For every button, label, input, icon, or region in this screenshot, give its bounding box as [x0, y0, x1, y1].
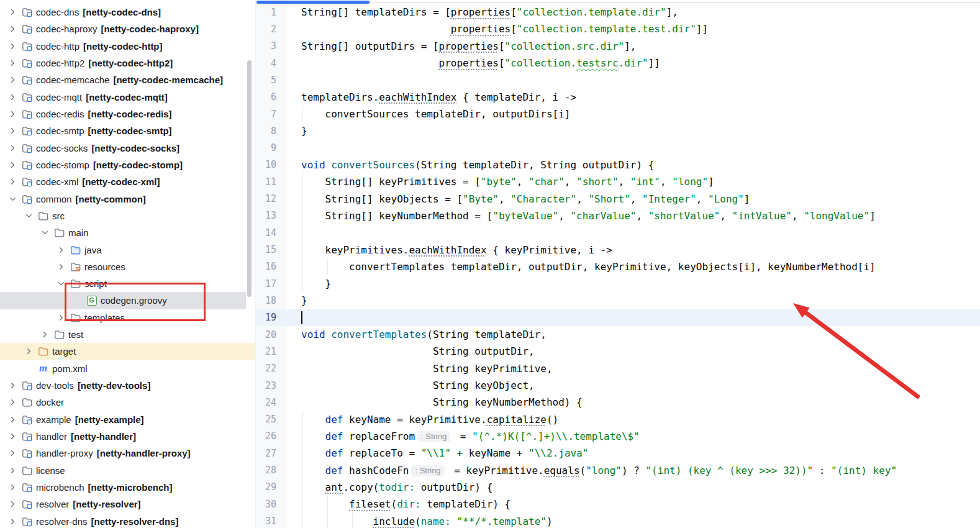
code-line-12[interactable]: 12 String[] keyObjects = ["Byte", "Chara…	[256, 190, 980, 207]
chevron-right-icon[interactable]	[5, 75, 20, 85]
line-number[interactable]: 21	[256, 343, 287, 360]
line-number[interactable]: 7	[256, 106, 287, 122]
tree-row-resources[interactable]: resources	[0, 258, 255, 275]
code-line-16[interactable]: 16 convertTemplates templateDir, outputD…	[256, 258, 980, 275]
tree-row-target[interactable]: target	[0, 343, 255, 360]
code-line-26[interactable]: 26 def replaceFrom: String = "(^.*)K([^.…	[256, 428, 980, 445]
code-line-4[interactable]: 4 properties["collection.testsrc.dir"]]	[256, 55, 980, 71]
tree-row-codec-http[interactable]: codec-http[netty-codec-http]	[0, 38, 255, 55]
chevron-right-icon[interactable]	[5, 414, 20, 425]
chevron-down-icon[interactable]	[37, 227, 52, 238]
tree-row-java[interactable]: java	[0, 241, 255, 258]
chevron-right-icon[interactable]	[5, 482, 20, 493]
line-number[interactable]: 19	[256, 309, 287, 326]
line-number[interactable]: 8	[256, 122, 287, 139]
chevron-right-icon[interactable]	[21, 346, 36, 357]
tree-row-microbench[interactable]: microbench[netty-microbench]	[0, 479, 255, 496]
chevron-right-icon[interactable]	[5, 397, 20, 407]
tree-row-codec-stomp[interactable]: codec-stomp[netty-codec-stomp]	[0, 157, 255, 173]
chevron-right-icon[interactable]	[5, 448, 20, 458]
line-number[interactable]: 29	[256, 479, 287, 496]
tree-row-codec-mqtt[interactable]: codec-mqtt[netty-codec-mqtt]	[0, 89, 255, 106]
tree-row-dev-tools[interactable]: dev-tools[netty-dev-tools]	[0, 377, 255, 394]
line-number[interactable]: 16	[256, 258, 287, 275]
tree-row-license[interactable]: license	[0, 462, 255, 478]
code-line-20[interactable]: 20void convertTemplates(String templateD…	[256, 326, 980, 343]
line-number[interactable]: 3	[256, 38, 287, 55]
tree-row-resolver-dns[interactable]: resolver-dns[netty-resolver-dns]	[0, 512, 255, 528]
code-line-21[interactable]: 21 String outputDir,	[256, 343, 980, 360]
code-lines[interactable]: 1String[] templateDirs = [properties["co…	[256, 4, 980, 528]
line-number[interactable]: 10	[256, 157, 287, 173]
code-line-17[interactable]: 17 }	[256, 275, 980, 292]
chevron-right-icon[interactable]	[5, 380, 20, 391]
line-number[interactable]: 17	[256, 275, 287, 292]
line-number[interactable]: 27	[256, 445, 287, 462]
code-line-18[interactable]: 18}	[256, 292, 980, 309]
line-number[interactable]: 26	[256, 428, 287, 445]
line-number[interactable]: 11	[256, 173, 287, 190]
chevron-right-icon[interactable]	[5, 125, 20, 136]
chevron-right-icon[interactable]	[53, 262, 68, 272]
code-line-31[interactable]: 31 include(name: "**/*.template")	[256, 512, 980, 528]
code-line-15[interactable]: 15 keyPrimitives.eachWithIndex { keyPrim…	[256, 241, 980, 258]
chevron-right-icon[interactable]	[5, 465, 20, 476]
line-number[interactable]: 30	[256, 496, 287, 512]
code-line-23[interactable]: 23 String keyObject,	[256, 377, 980, 394]
code-line-5[interactable]: 5	[256, 71, 980, 88]
tree-scrollbar[interactable]	[247, 60, 252, 297]
line-number[interactable]: 4	[256, 55, 287, 71]
line-number[interactable]: 24	[256, 394, 287, 411]
chevron-right-icon[interactable]	[5, 143, 20, 153]
code-line-9[interactable]: 9	[256, 140, 980, 157]
line-number[interactable]: 2	[256, 20, 287, 37]
tree-row-src[interactable]: src	[0, 207, 255, 224]
line-number[interactable]: 13	[256, 207, 287, 224]
line-number[interactable]: 6	[256, 89, 287, 106]
editor-panel[interactable]: 1String[] templateDirs = [properties["co…	[256, 0, 980, 528]
code-line-2[interactable]: 2 properties["collection.template.test.d…	[256, 20, 980, 37]
code-line-29[interactable]: 29 ant.copy(todir: outputDir) {	[256, 479, 980, 496]
tree-row-codec-socks[interactable]: codec-socks[netty-codec-socks]	[0, 140, 255, 157]
tree-row-codec-haproxy[interactable]: codec-haproxy[netty-codec-haproxy]	[0, 20, 255, 37]
code-line-27[interactable]: 27 def replaceTo = "\\1" + keyName + "\\…	[256, 445, 980, 462]
code-line-8[interactable]: 8}	[256, 122, 980, 139]
chevron-right-icon[interactable]	[53, 245, 68, 255]
tree-row-handler-proxy[interactable]: handler-proxy[netty-handler-proxy]	[0, 445, 255, 462]
line-number[interactable]: 5	[256, 71, 287, 88]
code-line-11[interactable]: 11 String[] keyPrimitives = ["byte", "ch…	[256, 173, 980, 190]
tree-row-example[interactable]: example[netty-example]	[0, 411, 255, 428]
tree-row-pom.xml[interactable]: mpom.xml	[0, 360, 255, 377]
code-line-30[interactable]: 30 fileset(dir: templateDir) {	[256, 496, 980, 512]
code-line-28[interactable]: 28 def hashCodeFn: String = keyPrimitive…	[256, 462, 980, 478]
code-line-19[interactable]: 19	[256, 309, 980, 326]
line-number[interactable]: 22	[256, 360, 287, 377]
tree-row-docker[interactable]: docker	[0, 394, 255, 411]
chevron-right-icon[interactable]	[5, 516, 20, 527]
chevron-right-icon[interactable]	[5, 41, 20, 52]
code-line-14[interactable]: 14	[256, 224, 980, 241]
tree-row-test[interactable]: test	[0, 326, 255, 343]
chevron-right-icon[interactable]	[5, 92, 20, 102]
tree-row-main[interactable]: main	[0, 224, 255, 241]
line-number[interactable]: 9	[256, 140, 287, 157]
line-number[interactable]: 18	[256, 292, 287, 309]
chevron-right-icon[interactable]	[5, 109, 20, 119]
line-number[interactable]: 15	[256, 241, 287, 258]
line-number[interactable]: 14	[256, 224, 287, 241]
code-line-7[interactable]: 7 convertSources templateDir, outputDirs…	[256, 106, 980, 122]
chevron-right-icon[interactable]	[5, 24, 20, 34]
line-number[interactable]: 12	[256, 190, 287, 207]
tree-row-codec-memcache[interactable]: codec-memcache[netty-codec-memcache]	[0, 71, 255, 88]
code-line-25[interactable]: 25 def keyName = keyPrimitive.capitalize…	[256, 411, 980, 428]
chevron-right-icon[interactable]	[5, 58, 20, 68]
line-number[interactable]: 28	[256, 462, 287, 478]
chevron-right-icon[interactable]	[5, 499, 20, 509]
chevron-right-icon[interactable]	[5, 431, 20, 442]
chevron-right-icon[interactable]	[5, 160, 20, 170]
code-line-6[interactable]: 6templateDirs.eachWithIndex { templateDi…	[256, 89, 980, 106]
code-line-3[interactable]: 3String[] outputDirs = [properties["coll…	[256, 38, 980, 55]
line-number[interactable]: 31	[256, 512, 287, 528]
tree-row-codec-dns[interactable]: codec-dns[netty-codec-dns]	[0, 4, 255, 20]
code-line-22[interactable]: 22 String keyPrimitive,	[256, 360, 980, 377]
